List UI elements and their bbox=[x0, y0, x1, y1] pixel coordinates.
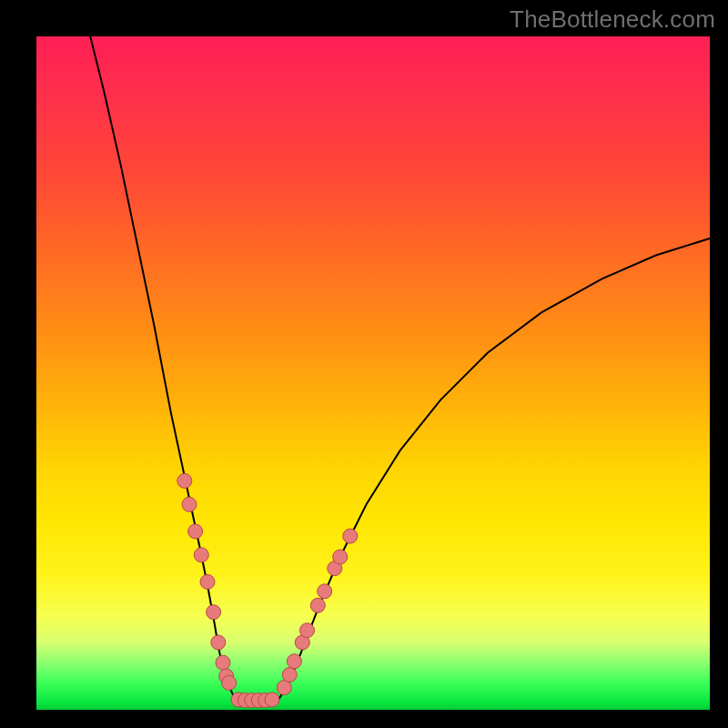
dot bbox=[194, 548, 208, 562]
dot bbox=[222, 675, 237, 690]
dot bbox=[318, 584, 332, 599]
dot bbox=[265, 693, 279, 707]
dot bbox=[277, 681, 291, 695]
dot bbox=[333, 550, 348, 564]
dot bbox=[182, 497, 197, 511]
dot bbox=[207, 605, 221, 620]
dot bbox=[300, 623, 315, 638]
dot bbox=[216, 655, 230, 670]
curve-layer bbox=[36, 36, 710, 710]
dot bbox=[343, 529, 358, 543]
dot bbox=[200, 574, 215, 589]
curve-left bbox=[90, 36, 238, 700]
plot-area bbox=[36, 36, 710, 710]
dot bbox=[310, 598, 325, 612]
dot bbox=[211, 635, 226, 650]
dot bbox=[177, 473, 192, 488]
scatter-dots bbox=[177, 473, 358, 707]
dot bbox=[188, 524, 203, 539]
curve-right bbox=[278, 238, 710, 699]
watermark-text: TheBottleneck.com bbox=[510, 5, 715, 34]
dot bbox=[287, 654, 301, 669]
dot bbox=[282, 668, 297, 682]
chart-frame: TheBottleneck.com bbox=[0, 0, 728, 728]
